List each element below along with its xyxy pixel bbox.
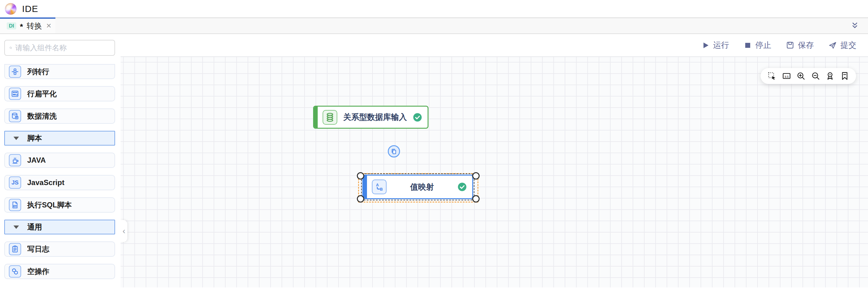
resize-handle-bottom-left[interactable] [357, 195, 364, 203]
svg-text:SQL: SQL [14, 205, 17, 207]
resize-handle-top-right[interactable] [472, 172, 479, 179]
component-item[interactable]: SQL 执行SQL脚本 [4, 197, 115, 213]
component-sidebar: 列转行 行扁平化 [0, 34, 121, 287]
tab-bar: DI * 转换 × [0, 18, 868, 34]
node-label: 关系型数据库输入 [337, 112, 413, 122]
column-to-row-icon [9, 65, 21, 78]
double-chevron-down-icon[interactable] [850, 21, 860, 30]
tab-close-icon[interactable]: × [46, 22, 51, 30]
canvas-toolbar: 1:1 [761, 68, 856, 84]
node-accent-bar [314, 107, 318, 128]
sql-file-icon: SQL [9, 199, 21, 211]
component-item[interactable]: JS JavaScript [4, 175, 115, 190]
resize-handle-bottom-right[interactable] [472, 195, 479, 203]
marquee-select-icon[interactable] [767, 71, 776, 81]
chevron-left-icon: ‹ [122, 226, 125, 236]
component-item[interactable]: 写日志 [4, 241, 115, 257]
zoom-out-icon[interactable] [811, 71, 820, 81]
value-map-icon: A B [372, 179, 386, 194]
js-icon: JS [9, 176, 21, 189]
save-button[interactable]: 保存 [786, 40, 814, 51]
component-item[interactable]: 数据清洗 [4, 109, 115, 124]
component-item[interactable]: 列转行 [4, 64, 115, 79]
caret-down-icon [13, 226, 19, 229]
save-icon [786, 41, 794, 49]
component-list: 列转行 行扁平化 [0, 64, 121, 279]
sidebar-collapse-handle[interactable]: ‹ [121, 220, 127, 242]
write-log-icon [9, 243, 21, 255]
tab-transform[interactable]: DI * 转换 × [0, 18, 55, 33]
unsaved-marker: * [20, 23, 23, 31]
row-flatten-icon [9, 88, 21, 100]
success-check-icon [413, 113, 422, 122]
component-group-script[interactable]: 脚本 [4, 131, 115, 146]
node-value-mapping[interactable]: A B 值映射 [362, 175, 473, 199]
copy-icon[interactable] [388, 145, 400, 157]
zoom-in-icon[interactable] [796, 71, 806, 81]
data-clean-icon [9, 110, 21, 122]
app-header: IDE [0, 0, 868, 18]
run-button[interactable]: 运行 [702, 40, 729, 51]
component-group-general[interactable]: 通用 [4, 220, 115, 234]
svg-text:1:1: 1:1 [784, 75, 789, 78]
component-item-label: 执行SQL脚本 [27, 200, 72, 210]
component-item-label: JAVA [27, 156, 45, 165]
flow-canvas[interactable]: ‹ 1:1 [121, 57, 868, 287]
stop-button[interactable]: 停止 [744, 40, 771, 51]
node-relational-db-input[interactable]: 关系型数据库输入 [313, 106, 429, 129]
locate-icon[interactable] [826, 71, 835, 81]
main-area: 列转行 行扁平化 [0, 34, 868, 287]
app-title: IDE [22, 4, 38, 14]
tab-label: 转换 [27, 21, 42, 31]
component-item-label: 行扁平化 [27, 89, 57, 99]
node-accent-bar [363, 176, 367, 198]
svg-text:B: B [380, 187, 382, 192]
node-label: 值映射 [386, 182, 458, 193]
app-logo [5, 3, 17, 15]
play-icon [702, 41, 709, 49]
component-item-label: 列转行 [27, 67, 49, 77]
svg-text:A: A [376, 182, 379, 187]
tab-type-badge: DI [7, 22, 16, 29]
stop-icon [744, 41, 752, 49]
component-item[interactable]: 行扁平化 [4, 86, 115, 102]
component-item-label: 空操作 [27, 266, 49, 276]
component-item-label: JavaScript [27, 178, 64, 187]
resize-handle-top-left[interactable] [357, 172, 364, 179]
java-icon [9, 154, 21, 166]
success-check-icon [458, 182, 467, 192]
component-item-label: 写日志 [27, 244, 49, 254]
database-icon [322, 110, 337, 125]
bookmark-icon[interactable] [840, 71, 849, 81]
one-to-one-icon[interactable]: 1:1 [782, 71, 791, 81]
edge-db-to-valuemap [121, 57, 212, 103]
component-item[interactable]: JAVA [4, 152, 115, 168]
editor-column: 运行 停止 保存 提交 [121, 34, 868, 287]
search-icon [9, 44, 12, 52]
component-group-label: 通用 [27, 222, 42, 232]
component-group-label: 脚本 [27, 133, 42, 143]
paper-plane-icon [829, 41, 837, 49]
component-search[interactable] [4, 40, 115, 56]
submit-button[interactable]: 提交 [829, 40, 856, 51]
component-item-label: 数据清洗 [27, 111, 57, 121]
search-input[interactable] [15, 44, 110, 52]
component-item[interactable]: 空操作 [4, 264, 115, 279]
noop-icon [9, 265, 21, 278]
active-tab-indicator [0, 18, 55, 19]
caret-down-icon [13, 137, 19, 140]
action-toolbar: 运行 停止 保存 提交 [121, 34, 868, 57]
